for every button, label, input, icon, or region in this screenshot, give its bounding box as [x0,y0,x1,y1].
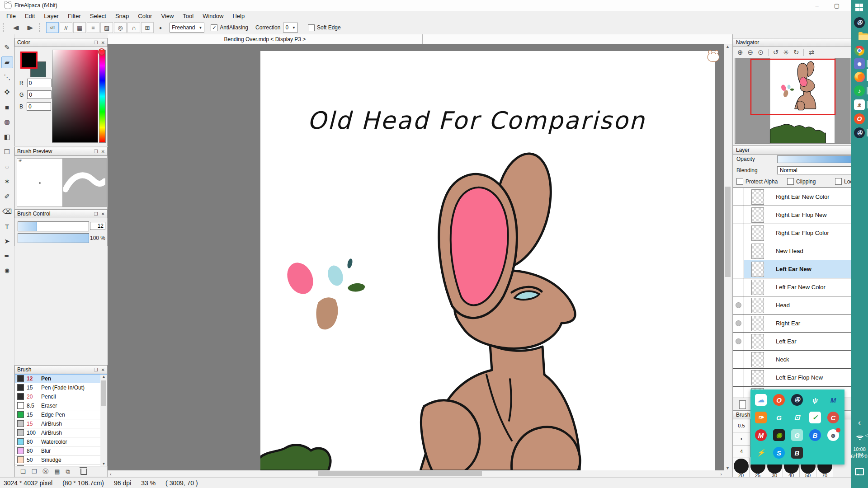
taskbar-file-explorer-icon[interactable] [854,31,865,42]
scroll-up-icon[interactable]: ▲ [726,44,730,49]
menu-window[interactable]: Window [198,12,228,20]
layer-visibility-cell[interactable] [733,206,744,224]
fill-rect-tool-icon[interactable]: ■ [1,101,13,113]
hand-tool-icon[interactable]: ✺ [1,265,13,277]
saturation-value-picker[interactable] [52,50,98,143]
layer-visibility-cell[interactable] [733,260,744,278]
layer-visibility-cell[interactable] [733,387,744,398]
flip-horizontal-icon[interactable]: ⇄ [808,48,814,56]
new-brush-icon[interactable]: ❏ [20,468,26,475]
scroll-down-icon[interactable]: ▼ [102,462,106,466]
menu-tool[interactable]: Tool [178,12,198,20]
snap-perspective-icon[interactable]: ⊞ [141,22,154,33]
layer-row[interactable]: Left Ear [733,333,851,351]
menu-edit[interactable]: Edit [20,12,39,20]
layer-visibility-cell[interactable] [733,278,744,296]
select-eraser-tool-icon[interactable]: ⌫ [1,206,13,217]
antialiasing-checkbox[interactable]: ✓ [211,24,217,31]
soft-edge-checkbox[interactable] [308,24,315,31]
snap-horizontal-icon[interactable]: ≡ [87,22,99,33]
rotate-cw-icon[interactable]: ↻ [793,48,799,56]
taskbar-discord-icon[interactable]: ☻ [854,58,865,69]
nvidia-geforce-icon[interactable]: ◉ [773,429,785,441]
brush-row-pen[interactable]: 12 Pen ⚙ [15,374,107,383]
brush-row-airbrush-15[interactable]: 15 AirBrush [15,419,107,428]
float-panel-icon[interactable]: ❐ [94,211,98,216]
b-input[interactable] [27,102,51,111]
lock-checkbox[interactable] [835,178,842,185]
volume-icon[interactable]: ◁) [859,432,868,438]
protect-alpha-checkbox[interactable] [736,178,743,185]
menu-filter[interactable]: Filter [63,12,85,20]
add-layer-icon[interactable] [739,400,746,409]
brush-row-edge-pen[interactable]: 15 Edge Pen [15,410,107,419]
float-panel-icon[interactable]: ❐ [94,40,98,45]
taskbar-firefox-icon[interactable] [854,71,865,82]
layer-row[interactable]: Left Ear Flop New [733,369,851,387]
drawing-canvas[interactable]: Old Head For Comparison [260,51,715,470]
lightshot-icon[interactable]: ✑ [755,412,767,423]
layer-row[interactable]: New Head [733,242,851,260]
layer-opacity-slider[interactable] [777,155,861,163]
steam-icon[interactable]: ✇ [791,394,803,406]
brush-row-pen-fade[interactable]: 15 Pen (Fade In/Out) [15,383,107,392]
layer-visibility-cell[interactable] [733,314,744,332]
layer-visibility-cell[interactable] [733,242,744,260]
redo-icon[interactable]: ▮▶ [24,24,36,32]
layer-visibility-cell[interactable] [733,369,744,386]
scroll-down-icon[interactable]: ▼ [726,466,730,470]
firealpaca-mascot-icon[interactable] [708,52,719,62]
hue-marker[interactable] [98,48,105,56]
taskbar-spotify-icon[interactable]: ♪ [854,85,865,96]
select-pen-tool-icon[interactable]: ✐ [1,191,13,202]
display-settings-icon[interactable]: ⊡ [791,412,803,423]
snap-grid-icon[interactable]: ▦ [73,22,86,33]
vertical-scroll-thumb[interactable] [725,187,731,277]
g-input[interactable] [27,90,52,99]
mega-icon[interactable]: M [755,429,767,441]
undo-icon[interactable]: ◀▮ [10,24,22,32]
horizontal-scroll-thumb[interactable] [318,471,482,476]
brush-row-eraser[interactable]: 8.5 Eraser [15,401,107,410]
gradient-tool-icon[interactable]: ◧ [1,131,13,143]
menu-select[interactable]: Select [85,12,111,20]
minimize-button[interactable]: – [809,0,825,10]
layer-row[interactable]: Neck [733,351,851,369]
brush-tool-icon[interactable]: ✎ [1,42,13,53]
usb-device-icon[interactable]: ψ [809,394,821,406]
layer-visibility-cell[interactable] [733,188,744,206]
brush-row-smudge[interactable]: 50 Smudge [15,455,107,465]
scroll-left-icon[interactable]: ‹ [110,471,112,477]
zoom-out-icon[interactable]: ⊖ [748,48,754,56]
select-rect-tool-icon[interactable]: ☐ [1,146,13,158]
show-hidden-icons-chevron[interactable]: ‹ [851,418,868,427]
layer-visibility-cell[interactable] [733,333,744,350]
malwarebytes-icon[interactable]: M [827,394,839,406]
layer-visibility-cell[interactable] [733,296,744,314]
start-button[interactable] [855,4,863,11]
layer-row[interactable]: Head [733,296,851,314]
brush-opacity-slider[interactable] [18,233,89,243]
discord-icon[interactable]: ☻ [827,429,839,441]
menu-file[interactable]: File [2,12,20,20]
layer-row[interactable]: Right Ear Flop New [733,206,851,224]
origin-icon[interactable]: O [773,394,785,406]
layer-visibility-cell[interactable] [733,351,744,368]
rotate-ccw-icon[interactable]: ↺ [773,48,779,56]
taskbar-origin-icon[interactable]: O [854,113,865,124]
operation-tool-icon[interactable]: ➤ [1,235,13,247]
float-panel-icon[interactable]: ❐ [94,367,98,372]
close-icon[interactable]: ✕ [101,367,105,372]
taskbar-steam-2-icon[interactable]: ✇ [854,127,865,138]
text-tool-icon[interactable]: T [1,221,13,232]
brave-icon[interactable]: B [791,447,803,459]
script-brush-icon[interactable]: Ⓢ [42,468,48,476]
maximize-button[interactable]: ▢ [829,0,844,10]
logitech-g-icon[interactable]: G [773,412,785,423]
brush-size-cell[interactable]: 4 [733,446,750,457]
brush-size-value[interactable]: 12 [90,222,105,230]
rotation-reset-icon[interactable]: ✳ [783,48,789,56]
duplicate-brush-icon[interactable]: ⧉ [66,468,70,475]
brush-size-cell[interactable]: 0.5 [733,419,750,432]
skype-icon[interactable]: S [773,447,785,459]
